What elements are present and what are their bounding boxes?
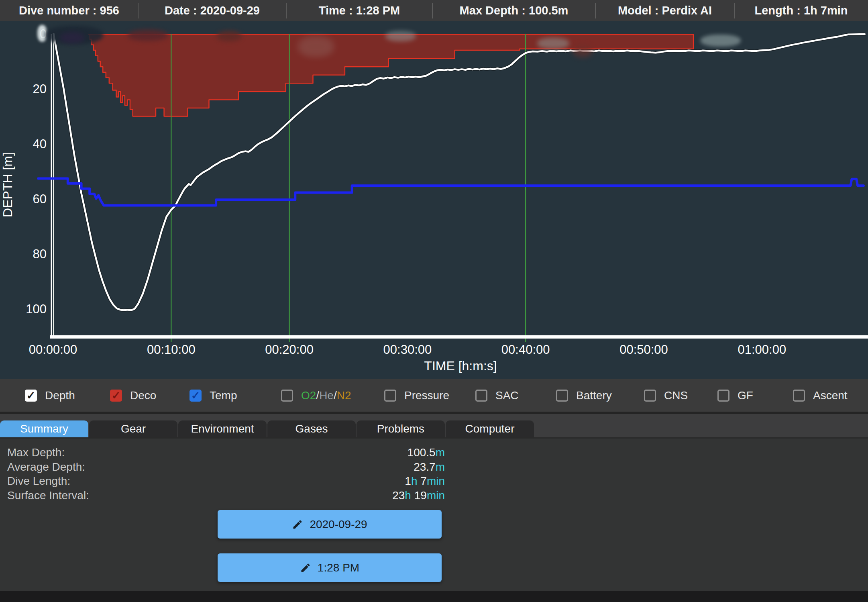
summary-value-part: 1 [405, 475, 411, 487]
legend-checkbox-unchecked[interactable] [793, 390, 805, 402]
legend-label-part: / [334, 389, 337, 402]
legend-label: Ascent [813, 389, 848, 402]
y-tick-label: 100 [26, 302, 47, 316]
y-axis-line-2 [53, 34, 54, 335]
legend-item-ascent: Ascent [793, 389, 848, 402]
temperature-line [38, 178, 864, 205]
x-tick-label: 00:10:00 [147, 343, 196, 357]
redaction-blur [537, 38, 569, 49]
header-item-text: Length : 1h 7min [755, 4, 848, 17]
x-tick-label: 00:40:00 [501, 343, 550, 357]
header-item-text: Date : 2020-09-29 [165, 4, 260, 17]
legend-label-part: / [316, 389, 319, 402]
redaction-blur [385, 31, 416, 41]
legend-item-o2-he-n2: O2/He/N2 [281, 389, 351, 402]
legend-label: GF [738, 389, 753, 402]
edit-time-label: 1:28 PM [318, 561, 359, 574]
summary-value-part: h [411, 475, 418, 487]
header-item-3: Max Depth : 100.5m [432, 0, 595, 21]
summary-row: Surface Interval:23h 19min [7, 489, 445, 504]
dive-profile-plot: 02040608010000:00:0000:10:0000:20:0000:3… [0, 21, 868, 379]
x-tick-label: 00:30:00 [383, 343, 432, 357]
legend-item-temp: ✓Temp [189, 389, 237, 402]
chart-series-legend: ✓Depth✓Deco✓TempO2/He/N2PressureSACBatte… [0, 379, 868, 412]
summary-value-part: m [436, 446, 445, 459]
detail-tabs: SummaryGearEnvironmentGasesProblemsCompu… [0, 414, 868, 437]
pencil-icon [292, 519, 303, 530]
summary-row-label: Surface Interval: [7, 489, 89, 502]
summary-row-label: Average Depth: [7, 461, 85, 473]
legend-label: O2/He/N2 [301, 389, 351, 402]
legend-checkbox-checked[interactable]: ✓ [25, 390, 37, 402]
y-axis-line [51, 34, 53, 339]
summary-row-value: 23.7m [414, 461, 445, 473]
summary-value-part: 100.5 [408, 446, 436, 459]
y-tick-label: 20 [33, 82, 47, 96]
tab-environment[interactable]: Environment [178, 420, 267, 437]
bottom-system-bar [0, 591, 868, 602]
y-tick-label: 40 [33, 137, 47, 151]
x-tick-label: 01:00:00 [738, 343, 786, 357]
legend-checkbox-checked[interactable]: ✓ [110, 390, 122, 402]
header-item-0: Dive number : 956 [0, 0, 138, 21]
header-item-text: Time : 1:28 PM [319, 4, 400, 17]
x-tick-label: 00:50:00 [619, 343, 668, 357]
legend-checkbox-unchecked[interactable] [644, 390, 656, 402]
header-item-4: Model : Perdix AI [595, 0, 734, 21]
summary-value-part: 23 [392, 489, 405, 502]
header-item-text: Model : Perdix AI [618, 4, 712, 17]
legend-item-pressure: Pressure [384, 389, 449, 402]
header-item-5: Length : 1h 7min [734, 0, 868, 21]
redaction-blur [298, 36, 334, 57]
legend-label: Battery [576, 389, 612, 402]
legend-item-sac: SAC [475, 389, 519, 402]
tab-computer[interactable]: Computer [446, 420, 534, 437]
tab-gear[interactable]: Gear [89, 420, 177, 437]
legend-checkbox-checked[interactable]: ✓ [189, 390, 202, 402]
summary-row: Average Depth:23.7m [7, 461, 445, 475]
summary-value-part: m [436, 461, 445, 473]
legend-label: Pressure [404, 389, 449, 402]
legend-checkbox-unchecked[interactable] [556, 390, 568, 402]
legend-label: Depth [45, 389, 75, 402]
summary-row-label: Max Depth: [7, 446, 65, 459]
tab-summary[interactable]: Summary [0, 420, 88, 437]
edit-date-label: 2020-09-29 [310, 518, 367, 531]
legend-label-part: He [319, 389, 334, 402]
tab-gases[interactable]: Gases [267, 420, 356, 437]
redaction-blur [217, 31, 242, 41]
x-axis-title: TIME [h:m:s] [424, 359, 497, 373]
redaction-blur [60, 32, 84, 43]
legend-item-battery: Battery [556, 389, 612, 402]
summary-value-part: 7 [418, 475, 427, 487]
legend-item-gf: GF [717, 389, 753, 402]
legend-label-part: N2 [337, 389, 351, 402]
pencil-icon [300, 562, 311, 573]
header-item-text: Max Depth : 100.5m [460, 4, 568, 17]
y-tick-label: 80 [33, 247, 47, 261]
summary-value-part: h [405, 489, 411, 502]
x-tick-label: 00:00:00 [29, 343, 77, 357]
legend-label: Deco [130, 389, 156, 402]
redaction-blur [573, 45, 592, 57]
summary-value-part: 23.7 [414, 461, 436, 473]
legend-checkbox-unchecked[interactable] [384, 390, 396, 402]
legend-item-cns: CNS [644, 389, 688, 402]
legend-item-deco: ✓Deco [110, 389, 156, 402]
legend-checkbox-unchecked[interactable] [475, 390, 487, 402]
dive-profile-chart: 02040608010000:00:0000:10:0000:20:0000:3… [0, 21, 868, 379]
edit-date-button[interactable]: 2020-09-29 [218, 510, 442, 539]
edit-time-button[interactable]: 1:28 PM [218, 553, 442, 582]
summary-row-value: 100.5m [408, 446, 445, 459]
legend-checkbox-unchecked[interactable] [281, 390, 293, 402]
dive-header-bar: Dive number : 956Date : 2020-09-29Time :… [0, 0, 868, 21]
legend-checkbox-unchecked[interactable] [717, 390, 729, 402]
summary-row-label: Dive Length: [7, 475, 70, 488]
legend-item-depth: ✓Depth [25, 389, 75, 402]
y-axis-title: DEPTH [m] [0, 152, 15, 217]
legend-label: SAC [495, 389, 519, 402]
tab-problems[interactable]: Problems [357, 420, 445, 437]
summary-row-value: 23h 19min [392, 489, 445, 502]
header-item-1: Date : 2020-09-29 [138, 0, 286, 21]
x-axis-line [50, 335, 868, 339]
